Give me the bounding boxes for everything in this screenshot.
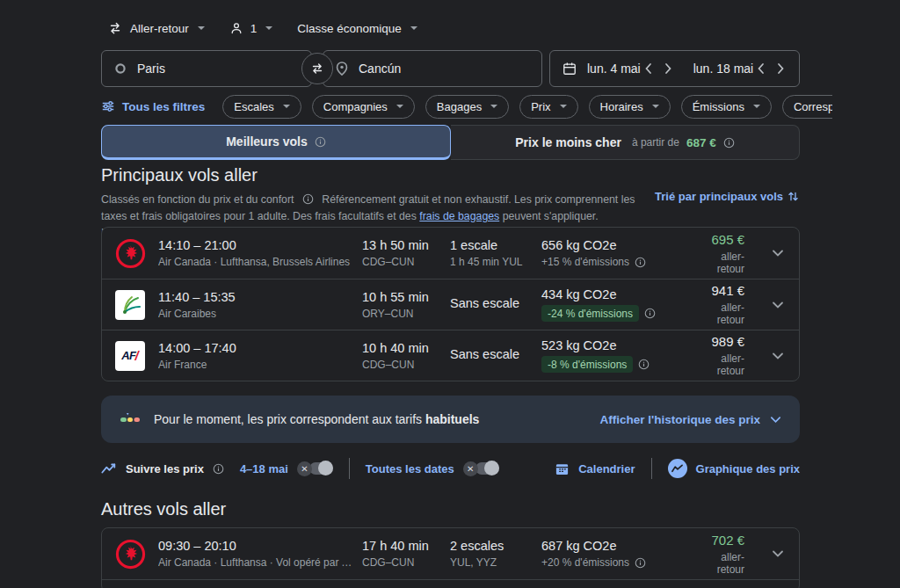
all-filters-button[interactable]: Tous les filtres	[101, 99, 205, 113]
remove-tracking-icon[interactable]: ✕	[463, 461, 478, 476]
passengers-dropdown[interactable]: 1	[229, 21, 273, 35]
info-icon[interactable]	[302, 193, 314, 205]
chevron-down-icon	[198, 26, 205, 30]
trip-type-dropdown[interactable]: Aller-retour	[107, 20, 205, 36]
flight-price: 702 €	[700, 533, 744, 548]
filter-chip-label: Prix	[531, 100, 550, 113]
flight-row[interactable]: 14:10 – 21:00 Air Canada · Lufthansa, Br…	[102, 228, 799, 279]
flight-route: ORY–CUN	[362, 308, 450, 320]
fare-type: aller-retour	[700, 352, 744, 377]
tab-best-flights[interactable]: Meilleurs vols	[101, 125, 451, 160]
flight-row[interactable]: 09:30 – 20:10 Air Canada · Lufthansa · V…	[102, 528, 799, 579]
flight-stops: 1 escale	[450, 238, 541, 252]
destination-input[interactable]: Cancún	[323, 50, 542, 87]
sort-button[interactable]: Trié par principaux vols	[655, 190, 800, 203]
expand-chevron-icon[interactable]	[771, 349, 785, 363]
other-flights-list: 09:30 – 20:10 Air Canada · Lufthansa · V…	[101, 527, 800, 588]
return-prev-day-button[interactable]	[753, 61, 769, 76]
baggage-fees-link[interactable]: frais de bagages	[419, 210, 499, 222]
depart-date[interactable]: lun. 4 mai	[587, 62, 641, 76]
flight-co2: 523 kg CO2e	[541, 338, 700, 352]
depart-next-day-button[interactable]	[660, 61, 676, 76]
price-graph-button[interactable]: Graphique des prix	[696, 462, 800, 475]
return-next-day-button[interactable]	[773, 61, 788, 76]
filter-chip[interactable]: Prix	[519, 95, 577, 119]
price-insight-banner: Pour le moment, les prix correspondent a…	[101, 396, 800, 443]
swap-locations-button[interactable]	[301, 53, 333, 84]
filter-chip[interactable]: Compagnies	[312, 95, 415, 119]
flight-row[interactable]: AF/ 14:00 – 17:40 Air France 10 h 40 min…	[102, 330, 799, 381]
info-icon[interactable]	[638, 359, 650, 370]
chevron-down-icon	[490, 105, 497, 108]
filter-chip-label: Compagnies	[323, 100, 388, 113]
track-dates-toggle[interactable]: ✕	[297, 461, 333, 476]
flight-row[interactable]: 11:40 – 15:35 Air Caraibes 10 h 55 min O…	[102, 279, 799, 330]
flight-carriers: Air Canada · Lufthansa, Brussels Airline…	[158, 256, 356, 268]
flight-route: CDG–CUN	[362, 556, 450, 569]
info-icon[interactable]	[315, 136, 326, 148]
price-history-link[interactable]: Afficher l'historique des prix	[600, 413, 783, 426]
all-dates-label: Toutes les dates	[366, 462, 454, 475]
origin-value: Paris	[137, 62, 165, 76]
expand-chevron-icon[interactable]	[771, 246, 785, 260]
filters-bar: Tous les filtres Escales Compagnies Baga…	[101, 93, 832, 120]
filter-chip-label: Horaires	[600, 100, 643, 113]
section-title: Principaux vols aller	[101, 165, 800, 185]
info-icon[interactable]	[635, 557, 646, 569]
flight-stops: Sans escale	[450, 347, 541, 361]
emissions-change: -8 % d'émissions	[541, 356, 633, 373]
partial-next-row	[102, 579, 799, 588]
flight-times: 09:30 – 20:10	[158, 539, 362, 553]
price-history-label: Afficher l'historique des prix	[600, 413, 761, 426]
depart-prev-day-button[interactable]	[641, 61, 657, 76]
filter-chip[interactable]: Émissions	[681, 95, 772, 119]
divider	[651, 458, 652, 479]
expand-chevron-icon[interactable]	[771, 298, 785, 312]
filter-chip[interactable]: Bagages	[425, 95, 509, 119]
best-tab-label: Meilleurs vols	[226, 134, 308, 149]
results-tabs: Meilleurs vols Prix le moins cher à part…	[101, 125, 800, 160]
trending-icon	[101, 462, 117, 475]
flight-times: 14:00 – 17:40	[158, 341, 362, 355]
person-icon	[229, 21, 243, 35]
flight-route: CDG–CUN	[362, 256, 450, 268]
airline-logo-cell	[102, 238, 158, 269]
flight-duration: 10 h 55 min	[362, 290, 450, 304]
return-date[interactable]: lun. 18 mai	[693, 62, 753, 76]
flight-duration: 10 h 40 min	[362, 341, 450, 355]
all-dates-toggle[interactable]: ✕	[463, 461, 499, 476]
divider	[349, 458, 350, 479]
chevron-down-icon	[410, 26, 417, 30]
emissions-change: +20 % d'émissions	[541, 556, 629, 569]
info-icon[interactable]	[213, 463, 224, 475]
tab-cheapest-price[interactable]: Prix le moins cher à partir de 687 €	[451, 125, 800, 160]
filter-chip[interactable]: Horaires	[589, 95, 671, 119]
info-icon[interactable]	[635, 257, 646, 268]
fare-type: aller-retour	[700, 301, 744, 326]
origin-input[interactable]: Paris	[101, 50, 312, 87]
cabin-class-dropdown[interactable]: Classe économique	[297, 22, 417, 35]
chevron-down-icon	[283, 105, 290, 108]
date-range-field[interactable]: lun. 4 mai lun. 18 mai	[549, 50, 800, 87]
info-icon[interactable]	[723, 137, 735, 149]
flight-times: 11:40 – 15:35	[158, 290, 362, 304]
price-gauge-icon	[119, 410, 142, 428]
flight-co2: 656 kg CO2e	[541, 238, 700, 252]
flight-stops-detail: YUL, YYZ	[450, 556, 541, 569]
flight-co2: 687 kg CO2e	[541, 539, 700, 553]
chevron-down-icon	[769, 413, 782, 426]
flight-route: CDG–CUN	[362, 359, 450, 371]
filter-chip[interactable]: Correspondances	[782, 95, 832, 119]
expand-chevron-icon[interactable]	[771, 547, 785, 561]
info-icon[interactable]	[644, 308, 656, 319]
filter-chip[interactable]: Escales	[222, 95, 301, 119]
calendar-icon	[562, 62, 577, 76]
flight-stops-detail: 1 h 45 min YUL	[450, 256, 541, 268]
best-flights-list: 14:10 – 21:00 Air Canada · Lufthansa, Br…	[101, 227, 800, 381]
remove-tracking-icon[interactable]: ✕	[297, 461, 312, 476]
location-pin-icon	[336, 62, 348, 76]
flight-stops: Sans escale	[450, 296, 541, 310]
air-caraibes-logo	[115, 290, 145, 320]
calendar-view-button[interactable]: Calendrier	[578, 462, 635, 475]
air-canada-logo	[115, 238, 146, 269]
